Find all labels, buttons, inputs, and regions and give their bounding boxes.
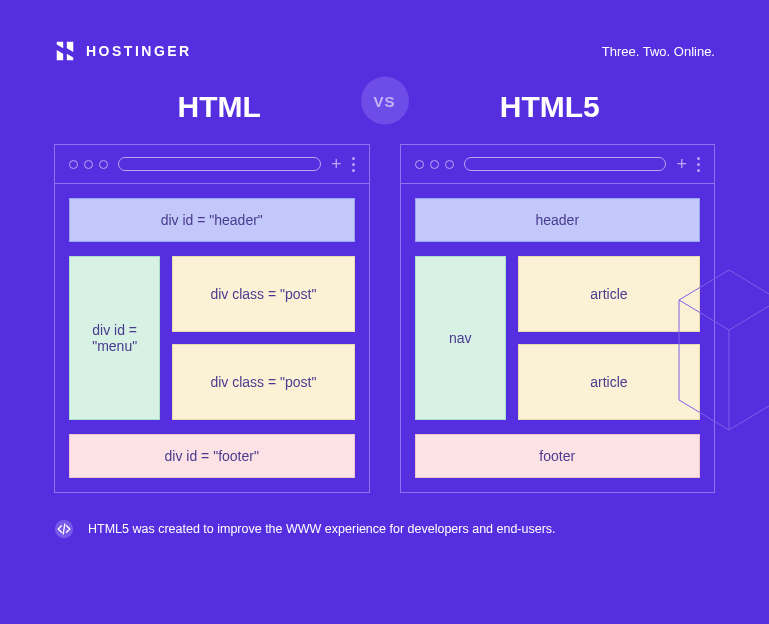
left-panel: + div id = "header" div id = "menu" div …: [54, 144, 370, 493]
panel-body: header nav article article footer: [401, 184, 715, 492]
plus-icon: +: [676, 155, 687, 173]
nav-block: nav: [415, 256, 506, 420]
nav-block: div id = "menu": [69, 256, 160, 420]
window-dots-icon: [415, 160, 454, 169]
code-icon: [54, 519, 74, 539]
titles-row: HTML VS HTML5: [0, 62, 769, 144]
address-bar-icon: [464, 157, 667, 171]
plus-icon: +: [331, 155, 342, 173]
panel-body: div id = "header" div id = "menu" div cl…: [55, 184, 369, 492]
brand-name: HOSTINGER: [86, 43, 192, 59]
right-title: HTML5: [385, 90, 716, 124]
footer-block: footer: [415, 434, 701, 478]
header-block: div id = "header": [69, 198, 355, 242]
footer-caption: HTML5 was created to improve the WWW exp…: [0, 493, 769, 539]
brand-logo: HOSTINGER: [54, 40, 192, 62]
caption-text: HTML5 was created to improve the WWW exp…: [88, 522, 556, 536]
articles-column: div class = "post" div class = "post": [172, 256, 354, 420]
vs-badge: VS: [361, 77, 409, 125]
more-vertical-icon: [697, 157, 700, 172]
tagline: Three. Two. Online.: [602, 44, 715, 59]
hostinger-logo-icon: [54, 40, 76, 62]
window-dots-icon: [69, 160, 108, 169]
left-title: HTML: [54, 90, 385, 124]
articles-column: article article: [518, 256, 700, 420]
panels-row: + div id = "header" div id = "menu" div …: [0, 144, 769, 493]
browser-chrome: +: [401, 145, 715, 184]
header-block: header: [415, 198, 701, 242]
article-block: div class = "post": [172, 256, 354, 332]
more-vertical-icon: [352, 157, 355, 172]
article-block: article: [518, 344, 700, 420]
article-block: div class = "post": [172, 344, 354, 420]
right-panel: + header nav article article footer: [400, 144, 716, 493]
article-block: article: [518, 256, 700, 332]
middle-row: div id = "menu" div class = "post" div c…: [69, 256, 355, 420]
header-row: HOSTINGER Three. Two. Online.: [0, 0, 769, 62]
browser-chrome: +: [55, 145, 369, 184]
footer-block: div id = "footer": [69, 434, 355, 478]
address-bar-icon: [118, 157, 321, 171]
middle-row: nav article article: [415, 256, 701, 420]
